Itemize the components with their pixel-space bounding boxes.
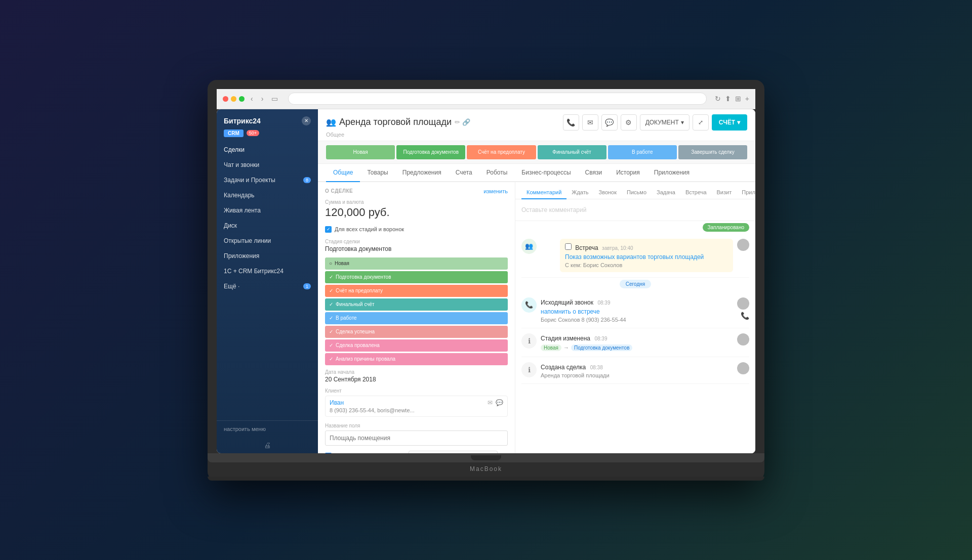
stage-final[interactable]: Финальный счёт (538, 145, 606, 159)
sidebar-item-сделки[interactable]: Сделки (217, 142, 318, 157)
tab-view-button[interactable]: ▭ (269, 94, 280, 104)
tab-бизнес[interactable]: Бизнес-процессы (514, 164, 578, 182)
meeting-description[interactable]: Показ возможных вариантов торговых площа… (565, 253, 704, 261)
address-bar[interactable] (288, 93, 706, 105)
meeting-avatar (737, 239, 749, 251)
tab-общие[interactable]: Общие (326, 164, 360, 182)
call-time: 08:39 (597, 300, 610, 306)
funnel-failed[interactable]: ✓ Сделка провалена (325, 339, 508, 352)
sum-label: Сумма и валюта (325, 199, 508, 205)
close-btn[interactable] (223, 96, 228, 102)
mandatory-label: Обязательное со стадии: (335, 453, 406, 453)
funnel-new[interactable]: ○ Новая (325, 257, 508, 270)
sidebar-item-еще[interactable]: Ещё · 1 (217, 279, 318, 294)
new-tab-icon[interactable]: + (745, 95, 749, 103)
main-content: 👥 Аренда торговой площади ✏ 🔗 📞 ✉ 💬 ⚙ (318, 109, 755, 453)
document-button[interactable]: ДОКУМЕНТ ▾ (640, 114, 690, 131)
tab-роботы[interactable]: Роботы (479, 164, 515, 182)
edit-icon[interactable]: ✏ (455, 118, 460, 126)
activity-tab-meeting[interactable]: Встреча (680, 186, 712, 199)
settings-menu-link[interactable]: настроить меню (224, 426, 266, 432)
sidebar-item-календарь[interactable]: Календарь (217, 188, 318, 203)
funnel-work[interactable]: ✓ В работе (325, 312, 508, 324)
funnel-prep[interactable]: ✓ Подготовка документов (325, 271, 508, 283)
activity-tab-task[interactable]: Задача (652, 186, 680, 199)
more-badge: 1 (303, 283, 311, 289)
macbook-label: MacBook (217, 462, 755, 477)
sidebar-close-button[interactable]: ✕ (302, 116, 311, 125)
client-chat-icon[interactable]: 💬 (496, 399, 503, 406)
call-description[interactable]: напомнить о встрече (541, 308, 600, 315)
sidebar-item-линии[interactable]: Открытые линии (217, 233, 318, 248)
field-name-input[interactable] (325, 430, 508, 446)
sidebar-logo: Битрикс24 (224, 117, 261, 125)
forward-button[interactable]: › (259, 94, 266, 104)
copy-icon[interactable]: ⊞ (735, 95, 741, 103)
expand-button[interactable]: ⤢ (693, 114, 709, 131)
field-section: Название поля (325, 423, 508, 446)
activity-tab-letter[interactable]: Письмо (622, 186, 652, 199)
stage-invoice[interactable]: Счёт на предоплату (467, 145, 536, 159)
sidebar-item-лента[interactable]: Живая лента (217, 203, 318, 218)
tab-предложения[interactable]: Предложения (395, 164, 449, 182)
today-button[interactable]: Сегодня (620, 280, 651, 288)
call-phone-icon: 📞 (741, 312, 749, 320)
reload-icon[interactable]: ↻ (715, 95, 721, 103)
funnel-done[interactable]: ✓ Сделка успешна (325, 326, 508, 338)
sum-value: 120,000 руб. (325, 206, 508, 219)
tab-связи[interactable]: Связи (578, 164, 610, 182)
funnel-final[interactable]: ✓ Финальный счёт (325, 298, 508, 311)
client-email-icon[interactable]: ✉ (488, 399, 493, 406)
stage-new[interactable]: Новая (326, 145, 395, 159)
stage-to: Подготовка документов (571, 344, 632, 351)
sidebar-item-чат[interactable]: Чат и звонки (217, 157, 318, 173)
email-button[interactable]: ✉ (582, 114, 598, 131)
tab-приложения[interactable]: Приложения (647, 164, 697, 182)
stages-dropdown[interactable]: Для всех стадий и воронок (409, 451, 498, 453)
link-icon[interactable]: 🔗 (462, 118, 470, 126)
share-icon[interactable]: ⬆ (725, 95, 731, 103)
tab-история[interactable]: История (609, 164, 647, 182)
sidebar-item-диск[interactable]: Диск (217, 218, 318, 233)
back-button[interactable]: ‹ (249, 94, 255, 104)
activity-tab-visit[interactable]: Визит (712, 186, 737, 199)
edit-link[interactable]: изменить (483, 188, 508, 194)
tab-счета[interactable]: Счета (449, 164, 479, 182)
meeting-checkbox[interactable] (565, 243, 572, 250)
info-icon: ℹ (521, 333, 537, 349)
content-area: О СДЕЛКЕ изменить Сумма и валюта 120,000… (318, 182, 755, 453)
date-value: 20 Сентября 2018 (325, 376, 508, 383)
tab-товары[interactable]: Товары (360, 164, 395, 182)
activity-tab-apps[interactable]: Приложения (737, 186, 755, 199)
phone-button[interactable]: 📞 (563, 114, 579, 131)
activity-feed: 👥 Встреча завтра, 10:40 (515, 234, 755, 384)
all-stages-checkbox[interactable]: ✓ (325, 226, 332, 233)
chat-button[interactable]: 💬 (601, 114, 618, 131)
sidebar-item-задачи[interactable]: Задачи и Проекты 8 (217, 173, 318, 188)
settings-button[interactable]: ⚙ (621, 114, 637, 131)
sidebar-item-приложения[interactable]: Приложения (217, 248, 318, 264)
comment-placeholder[interactable]: Оставьте комментарий (521, 203, 749, 217)
activity-tab-comment[interactable]: Комментарий (521, 186, 566, 199)
activity-tab-call[interactable]: Звонок (594, 186, 622, 199)
stage-value: Подготовка документов (325, 245, 508, 252)
stage-prep[interactable]: Подготовка документов (396, 145, 465, 159)
stage-done[interactable]: Завершить сделку (678, 145, 747, 159)
sidebar-item-1c[interactable]: 1С + CRM Битрикс24 (217, 264, 318, 279)
activity-item-meeting: 👥 Встреча завтра, 10:40 (521, 234, 749, 278)
deal-title: Аренда торговой площади (339, 117, 452, 127)
счет-button[interactable]: СЧЁТ ▾ (712, 114, 747, 131)
planned-button[interactable]: Запланировано (703, 223, 750, 232)
funnel-analysis[interactable]: ✓ Анализ причины провала (325, 353, 508, 365)
planned-badge-area: Запланировано (515, 221, 755, 234)
funnel-invoice[interactable]: ✓ Счёт на предоплату (325, 285, 508, 297)
maximize-btn[interactable] (239, 96, 245, 102)
deal-icon: 👥 (326, 117, 336, 127)
minimize-btn[interactable] (231, 96, 236, 102)
client-name[interactable]: Иван (330, 399, 344, 406)
create-icon: ℹ (521, 362, 537, 377)
stage-work[interactable]: В работе (608, 145, 677, 159)
stage-body: Стадия изменена 08:39 Новая → Подготовка… (541, 333, 733, 352)
mandatory-checkbox[interactable] (325, 453, 332, 453)
activity-tab-wait[interactable]: Ждать (566, 186, 593, 199)
